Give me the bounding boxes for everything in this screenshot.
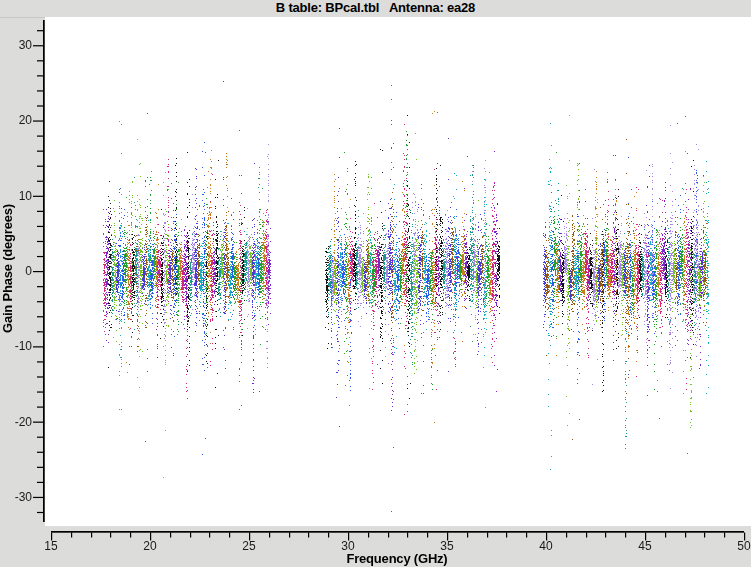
scatter-canvas[interactable] [0, 0, 751, 567]
plot-window: { "chart_data": { "type": "scatter", "ti… [0, 0, 751, 567]
